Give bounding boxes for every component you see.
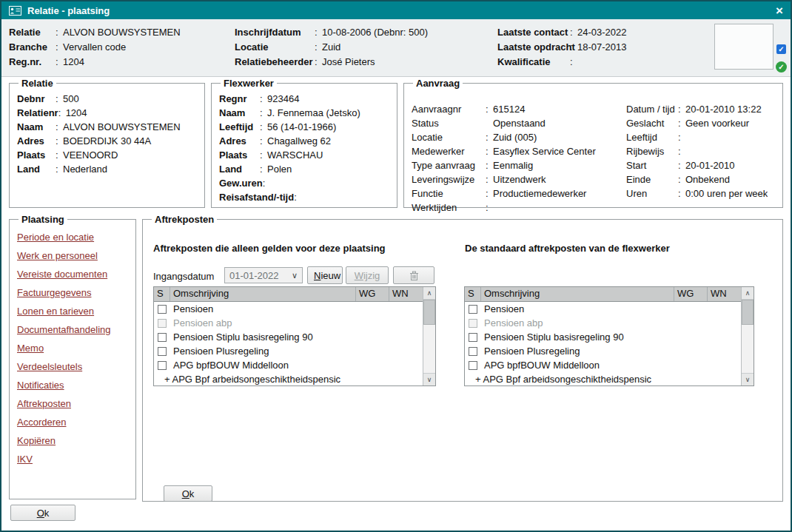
colon: : — [260, 120, 267, 134]
field-label: Kwalificatie — [497, 55, 570, 70]
colon: : — [486, 158, 493, 172]
field: Leeftijd: — [626, 130, 768, 144]
scrollbar-thumb[interactable] — [742, 300, 754, 325]
sidebar-item-documentafhandeling[interactable]: Documentafhandeling — [17, 320, 128, 339]
field: Regnr:923464 — [219, 92, 389, 106]
vertical-scrollbar[interactable]: ∧ ∨ — [741, 287, 754, 385]
colon: : — [56, 92, 63, 106]
field-label: Naam — [219, 106, 260, 120]
field: Naam:J. Fennemaa (Jetsko) — [219, 106, 389, 120]
sidebar-item-factuurgegevens[interactable]: Factuurgegevens — [17, 283, 128, 302]
field: Debnr:500 — [17, 92, 197, 106]
field-value: 20-01-2010 13:22 — [685, 104, 762, 115]
sidebar-item-verdeelsleutels[interactable]: Verdeelsleutels — [17, 357, 128, 376]
table-body: Pensioen Pensioen abp Pensioen Stiplu ba… — [154, 302, 423, 385]
colon: : — [486, 186, 493, 201]
field-label: Plaats — [219, 148, 260, 162]
scroll-up-icon[interactable]: ∧ — [742, 287, 754, 300]
list-item[interactable]: + APG Bpf arbeidsongeschiktheidspensic — [465, 372, 741, 385]
list-item[interactable]: Pensioen Plusregeling — [154, 344, 423, 358]
field-label: Regnr — [219, 92, 260, 106]
nieuw-button[interactable]: Nieuw — [307, 266, 343, 284]
header-field: Reg.nr.:1204 — [9, 55, 181, 70]
field-value: BOEDRDIJK 30 44A — [63, 135, 151, 147]
sidebar-item-aftrekposten[interactable]: Aftrekposten — [17, 394, 128, 413]
row-label: Pensioen abp — [484, 317, 543, 329]
sidebar-item-periode-en-locatie[interactable]: Periode en locatie — [17, 228, 128, 246]
ok-button[interactable]: Ok — [10, 505, 75, 521]
list-item[interactable]: Pensioen abp — [154, 316, 423, 330]
colon: : — [678, 172, 685, 186]
colon: : — [678, 158, 685, 172]
field: Adres:BOEDRDIJK 30 44A — [17, 134, 197, 148]
field: Plaats:VEENOORD — [17, 148, 197, 162]
column-header-omschrijving: Omschrijving — [170, 287, 356, 301]
row-label: Pensioen Plusregeling — [484, 346, 580, 357]
sidebar-item-notificaties[interactable]: Notificaties — [17, 376, 128, 394]
field-label: Leeftijd — [219, 120, 260, 134]
colon: : — [315, 25, 322, 40]
list-item[interactable]: Pensioen abp — [465, 316, 741, 330]
sidebar-item-kopieren[interactable]: Kopiëren — [17, 431, 128, 450]
checkbox[interactable] — [158, 347, 167, 356]
list-item[interactable]: APG bpfBOUW Middelloon — [154, 358, 423, 372]
sidebar-item-vereiste-documenten[interactable]: Vereiste documenten — [17, 265, 128, 283]
sidebar-item-werk-en-personeel[interactable]: Werk en personeel — [17, 246, 128, 265]
checkbox[interactable] — [469, 305, 477, 314]
sidebar-item-accorderen[interactable]: Accorderen — [17, 413, 128, 431]
wijzig-button[interactable]: Wijzig — [346, 266, 389, 284]
ingangsdatum-select[interactable]: 01-01-2022 ∨ — [224, 267, 303, 283]
field-label: Relatienr — [17, 106, 58, 120]
colon: : — [260, 92, 267, 106]
sidebar-item-memo[interactable]: Memo — [17, 339, 128, 357]
vertical-scrollbar[interactable]: ∧ ∨ — [423, 287, 435, 385]
flexwerker-legend: Flexwerker — [221, 78, 277, 89]
relatie-panel: Relatie Debnr:500 Relatienr:1204 Naam:AL… — [9, 78, 205, 208]
row-label: + APG Bpf arbeidsongeschiktheidspensic — [164, 374, 340, 385]
field-value: Nederland — [63, 164, 107, 175]
header-field: Relatiebeheerder:José Pieters — [235, 55, 428, 70]
table-header-row: S Omschrijving WG WN — [465, 287, 741, 302]
list-item[interactable]: Pensioen — [154, 302, 423, 316]
colon: : — [486, 144, 493, 158]
sidebar-item-lonen-en-tarieven[interactable]: Lonen en tarieven — [17, 302, 128, 320]
checkbox[interactable] — [469, 319, 477, 328]
list-item[interactable]: Pensioen Plusregeling — [465, 344, 741, 358]
aftrekposten-legend: Aftrekposten — [152, 214, 217, 225]
list-item[interactable]: Pensioen Stiplu basisregeling 90 — [154, 330, 423, 344]
close-icon[interactable]: × — [776, 4, 783, 17]
list-item[interactable]: Pensioen Stiplu basisregeling 90 — [465, 330, 741, 344]
checkbox[interactable] — [469, 333, 477, 342]
scroll-down-icon[interactable]: ∨ — [742, 373, 754, 385]
sidebar-item-ikv[interactable]: IKV — [17, 450, 128, 468]
checkbox[interactable] — [469, 361, 477, 370]
field: Start:20-01-2010 — [626, 158, 768, 172]
relation-card-icon — [9, 6, 21, 16]
checkbox[interactable] — [158, 319, 167, 328]
scroll-down-icon[interactable]: ∨ — [423, 373, 435, 385]
column-header-wg: WG — [356, 287, 389, 301]
checkbox[interactable] — [158, 333, 167, 342]
field-label: Land — [219, 162, 260, 176]
field: Rijbewijs: — [626, 144, 768, 158]
checkbox[interactable] — [158, 361, 167, 370]
field-label: Locatie — [412, 130, 486, 144]
checkbox[interactable] — [469, 347, 477, 356]
scroll-up-icon[interactable]: ∧ — [423, 287, 435, 300]
relatie-legend: Relatie — [19, 78, 56, 89]
field-label: Medewerker — [412, 144, 486, 158]
field: StatusOpenstaand — [412, 116, 596, 130]
blue-check-icon: ✓ — [776, 44, 786, 54]
list-item[interactable]: APG bpfBOUW Middelloon — [465, 358, 741, 372]
scrollbar-thumb[interactable] — [423, 300, 435, 325]
field: Land:Polen — [219, 162, 389, 176]
aftrekposten-ok-button[interactable]: Ok — [164, 485, 212, 502]
delete-button[interactable] — [393, 266, 434, 284]
row-label: Pensioen Stiplu basisregeling 90 — [484, 331, 624, 343]
list-item[interactable]: Pensioen — [465, 302, 741, 316]
field: Reisafstand/-tijd: — [219, 190, 389, 204]
field-label: Adres — [219, 134, 260, 148]
field-value: ALVON BOUWSYSTEMEN — [63, 121, 181, 132]
list-item[interactable]: + APG Bpf arbeidsongeschiktheidspensic — [154, 372, 423, 385]
checkbox[interactable] — [158, 305, 167, 314]
